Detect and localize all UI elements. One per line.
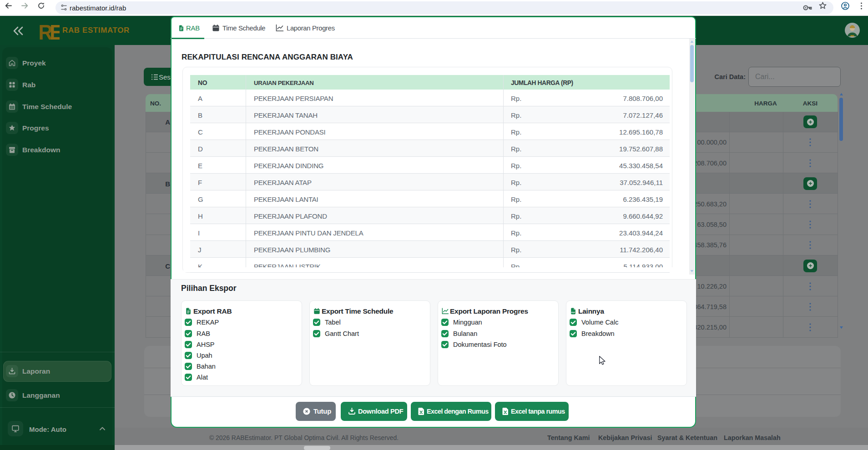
svg-text:E: E bbox=[50, 22, 60, 40]
svg-text:PDF: PDF bbox=[571, 311, 575, 314]
